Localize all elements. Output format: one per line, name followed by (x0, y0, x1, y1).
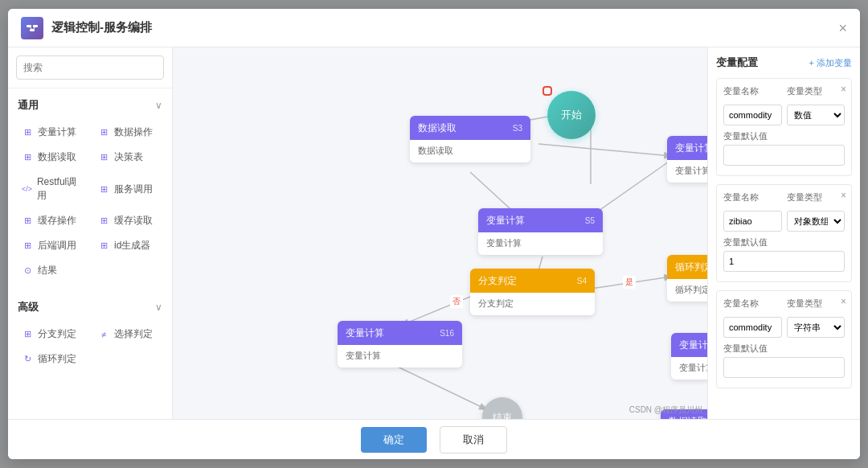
var-card-1-close[interactable]: × (841, 84, 846, 95)
var-name-input-3[interactable] (723, 317, 782, 338)
header-icon (21, 17, 43, 39)
advanced-items-grid: ⊞ 分支判定 ≠ 选择判定 ↻ 循环判定 (8, 319, 172, 374)
var-type-label-1: 变量类型 (787, 85, 845, 97)
confirm-button[interactable]: 确定 (361, 427, 427, 453)
cancel-button[interactable]: 取消 (440, 426, 507, 454)
var-col-type-label-2: 变量类型 (787, 191, 845, 206)
sidebar-item-label: 循环判定 (38, 352, 76, 366)
default-val-label-2: 变量默认值 (723, 236, 845, 248)
node-s3[interactable]: 数据读取 S3 数据读取 (410, 116, 530, 162)
sidebar-item-data-op[interactable]: ⊞ 数据操作 (91, 121, 166, 144)
section-title-general: 通用 (18, 98, 39, 113)
var-row-1-inputs: 数值 字符串 对象数组 布尔 (723, 105, 845, 125)
node-s7-body: 变量计算 (671, 357, 707, 380)
sidebar-item-label: 服务调用 (114, 183, 153, 196)
end-label: 结束 (493, 411, 512, 420)
canvas-area[interactable]: 开始 数据读取 S3 数据读取 (173, 47, 707, 419)
var-name-input-1[interactable] (723, 105, 782, 125)
node-s5-title: 变量计算 (486, 214, 525, 228)
node-s3-title: 数据读取 (418, 121, 457, 135)
panel-header: 变量配置 + 添加变量 (716, 55, 852, 70)
var-type-select-1[interactable]: 数值 字符串 对象数组 布尔 (787, 105, 845, 125)
default-val-label-1: 变量默认值 (723, 130, 845, 142)
node-s5-body: 变量计算 (478, 232, 603, 255)
sidebar-item-label: 数据操作 (114, 125, 153, 139)
node-s16-id: S16 (440, 329, 454, 338)
sidebar-item-label: 决策表 (114, 150, 143, 164)
sidebar-item-label: 选择判定 (114, 327, 153, 341)
end-node[interactable]: 结束 (482, 397, 522, 419)
sidebar-item-cache-write[interactable]: ⊞ 缓存操作 (14, 209, 89, 232)
var-row-3-inputs: 数值 字符串 对象数组 布尔 (723, 317, 845, 338)
var-col-name-3 (723, 317, 782, 338)
var-name-label-2: 变量名称 (723, 191, 782, 203)
node-s16[interactable]: 变量计算 S16 变量计算 (338, 321, 462, 367)
var-col-name-2 (723, 211, 782, 232)
var-col-type-1: 数值 字符串 对象数组 布尔 (787, 105, 845, 125)
sidebar-item-cache-read[interactable]: ⊞ 缓存读取 (91, 209, 166, 232)
node-s16-title: 变量计算 (346, 326, 384, 340)
var-type-select-3[interactable]: 数值 字符串 对象数组 布尔 (787, 317, 845, 338)
var-card-3-close[interactable]: × (841, 296, 846, 307)
node-svar-title: 变量计算 (675, 142, 707, 155)
sidebar-item-branch[interactable]: ⊞ 分支判定 (14, 322, 89, 346)
svg-line-15 (538, 144, 671, 156)
node-s5[interactable]: 变量计算 S5 变量计算 (478, 208, 603, 255)
var-name-input-2[interactable] (723, 211, 782, 232)
modal-body: 通用 ∨ ⊞ 变量计算 ⊞ 数据操作 ⊞ (8, 47, 860, 419)
sidebar-item-data-read[interactable]: ⊞ 数据读取 (14, 146, 89, 169)
node-s4[interactable]: 分支判定 S4 分支判定 (470, 269, 595, 315)
sidebar-item-loop[interactable]: ↻ 循环判定 (14, 347, 89, 371)
sidebar-item-var-calc[interactable]: ⊞ 变量计算 (14, 121, 89, 144)
close-button[interactable]: × (838, 21, 847, 35)
start-label: 开始 (561, 108, 582, 122)
branch-icon: ⊞ (21, 328, 34, 341)
node-s7[interactable]: 变量计算 S7 变量计算 (671, 333, 707, 380)
idgen-icon: ⊞ (97, 240, 110, 252)
sidebar-item-label: 缓存读取 (114, 214, 153, 228)
search-input[interactable] (16, 55, 164, 80)
var-col-type-3: 数值 字符串 对象数组 布尔 (787, 317, 845, 338)
var-card-2-close[interactable]: × (841, 190, 846, 201)
sidebar-item-service[interactable]: ⊞ 服务调用 (91, 170, 166, 207)
sidebar-item-label: 后端调用 (38, 239, 76, 252)
arrow-label-no1: 否 (450, 295, 463, 308)
var-type-select-2[interactable]: 数值 字符串 对象数组 布尔 (787, 211, 845, 232)
sidebar-item-restful[interactable]: </> Restful调用 (14, 170, 89, 207)
default-val-input-1[interactable] (723, 145, 845, 166)
node-s3-header: 数据读取 S3 (410, 116, 530, 140)
sidebar-item-backend[interactable]: ⊞ 后端调用 (14, 234, 89, 257)
modal-overlay: 逻辑控制-服务编排 × 通用 ∨ ⊞ 变量计 (0, 0, 868, 468)
default-val-input-3[interactable] (723, 357, 845, 378)
decision-icon: ⊞ (97, 151, 110, 164)
modal-title: 逻辑控制-服务编排 (51, 20, 838, 35)
node-s6[interactable]: 循环判定 S6 循环判定 (667, 255, 707, 302)
add-var-button[interactable]: + 添加变量 (809, 57, 852, 69)
toggle-advanced: ∨ (155, 302, 162, 313)
node-svar[interactable]: 变量计算 S 变量计算 (667, 136, 707, 183)
sidebar-item-idgen[interactable]: ⊞ id生成器 (91, 234, 166, 257)
service-icon: ⊞ (97, 183, 110, 195)
sidebar-item-label: 数据读取 (38, 150, 76, 164)
sidebar-item-select[interactable]: ≠ 选择判定 (91, 322, 166, 346)
watermark: CSDN @程序员川州 (629, 404, 702, 416)
var-col-type-2: 数值 字符串 对象数组 布尔 (787, 211, 845, 232)
loop-icon: ↻ (21, 353, 34, 366)
default-val-input-2[interactable] (723, 251, 845, 272)
section-header-advanced[interactable]: 高级 ∨ (8, 295, 172, 319)
sidebar-item-label: 变量计算 (38, 125, 76, 139)
var-col-name-label-2: 变量名称 (723, 191, 782, 206)
node-s5-header: 变量计算 S5 (478, 208, 603, 232)
node-s3-id: S3 (513, 124, 522, 133)
restful-icon: </> (21, 183, 33, 195)
section-header-general[interactable]: 通用 ∨ (8, 93, 172, 117)
node-s4-id: S4 (577, 277, 587, 285)
sidebar-item-label: Restful调用 (37, 175, 83, 203)
sidebar-item-decision[interactable]: ⊞ 决策表 (91, 146, 166, 169)
sidebar-item-label: 分支判定 (38, 327, 76, 341)
start-node[interactable]: 开始 (547, 91, 596, 139)
data-op-icon: ⊞ (97, 126, 110, 139)
backend-icon: ⊞ (21, 240, 34, 252)
sidebar-item-result[interactable]: ⊙ 结果 (14, 259, 89, 282)
sidebar-item-label: 结果 (38, 264, 57, 277)
